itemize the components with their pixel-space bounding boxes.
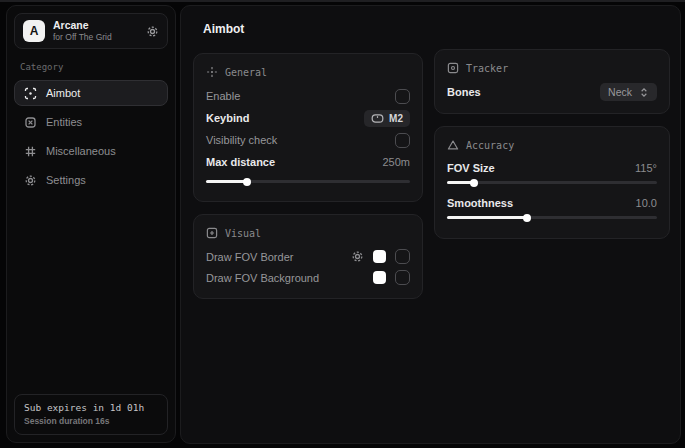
keybind-label: Keybind (206, 112, 249, 124)
sidebar-item-miscellaneous[interactable]: Miscellaneous (14, 138, 168, 164)
app-header: A Arcane for Off The Grid (14, 13, 168, 49)
general-card: General Enable Keybind (193, 53, 423, 202)
crosshair-icon (24, 87, 37, 100)
max-distance-slider[interactable] (206, 180, 410, 183)
fov-border-color-swatch[interactable] (373, 250, 386, 263)
accuracy-header-label: Accuracy (466, 140, 514, 151)
sidebar-item-aimbot[interactable]: Aimbot (14, 80, 168, 106)
session-duration-text: Session duration 16s (24, 416, 158, 426)
app-title-block: Arcane for Off The Grid (53, 19, 112, 43)
bones-label: Bones (447, 86, 481, 98)
target-box-icon (447, 62, 459, 74)
sidebar-item-label: Settings (46, 174, 86, 186)
entities-icon (24, 116, 37, 129)
mouse-icon (371, 113, 384, 124)
sidebar: A Arcane for Off The Grid Category Aimbo… (6, 5, 176, 443)
fov-size-slider[interactable] (447, 181, 657, 184)
visibility-checkbox[interactable] (395, 133, 410, 148)
sidebar-item-entities[interactable]: Entities (14, 109, 168, 135)
fov-border-checkbox[interactable] (395, 249, 410, 264)
app-title: Arcane (53, 19, 112, 32)
app-logo: A (23, 20, 45, 42)
fov-background-checkbox[interactable] (395, 270, 410, 285)
grid-icon (24, 145, 37, 158)
general-header-label: General (225, 67, 267, 78)
visual-header-label: Visual (225, 228, 261, 239)
smoothness-label: Smoothness (447, 197, 513, 209)
slider-thumb[interactable] (470, 179, 478, 187)
category-label: Category (20, 62, 162, 72)
main-panel: Aimbot General Enable (180, 5, 681, 444)
fov-size-value: 115° (635, 162, 657, 174)
sidebar-item-settings[interactable]: Settings (14, 167, 168, 193)
tracker-card: Tracker Bones Neck (434, 49, 670, 114)
slider-thumb[interactable] (243, 178, 251, 186)
sidebar-item-label: Entities (46, 116, 82, 128)
sidebar-item-label: Aimbot (46, 87, 80, 99)
enable-checkbox[interactable] (395, 89, 410, 104)
draw-fov-background-label: Draw FOV Background (206, 272, 319, 284)
fov-size-label: FOV Size (447, 162, 495, 174)
keybind-value: M2 (389, 113, 403, 124)
triangle-icon (447, 139, 459, 151)
fov-background-color-swatch[interactable] (373, 271, 386, 284)
chevron-up-down-icon (639, 87, 649, 98)
smoothness-value: 10.0 (636, 197, 657, 209)
star-box-icon (206, 227, 218, 239)
smoothness-slider[interactable] (447, 216, 657, 219)
visual-card: Visual Draw FOV Border (193, 214, 423, 299)
visibility-check-label: Visibility check (206, 134, 277, 146)
tracker-header-label: Tracker (466, 63, 508, 74)
gear-icon[interactable] (351, 250, 364, 263)
max-distance-value: 250m (382, 156, 410, 168)
subscription-info: Sub expires in 1d 01h Session duration 1… (14, 394, 168, 435)
sidebar-item-label: Miscellaneous (46, 145, 116, 157)
draw-fov-border-label: Draw FOV Border (206, 251, 293, 263)
crosshair-dot-icon (206, 66, 218, 78)
page-title: Aimbot (203, 22, 670, 36)
sub-expiry-text: Sub expires in 1d 01h (24, 402, 158, 413)
max-distance-label: Max distance (206, 156, 275, 168)
gear-icon (24, 174, 37, 187)
bones-select[interactable]: Neck (600, 83, 657, 101)
accuracy-card: Accuracy FOV Size 115° Smoothness 10.0 (434, 126, 670, 239)
slider-thumb[interactable] (523, 214, 531, 222)
gear-icon[interactable] (146, 25, 159, 38)
app-subtitle: for Off The Grid (53, 32, 112, 43)
enable-label: Enable (206, 90, 240, 102)
keybind-button[interactable]: M2 (364, 110, 410, 127)
bones-value: Neck (608, 86, 632, 98)
